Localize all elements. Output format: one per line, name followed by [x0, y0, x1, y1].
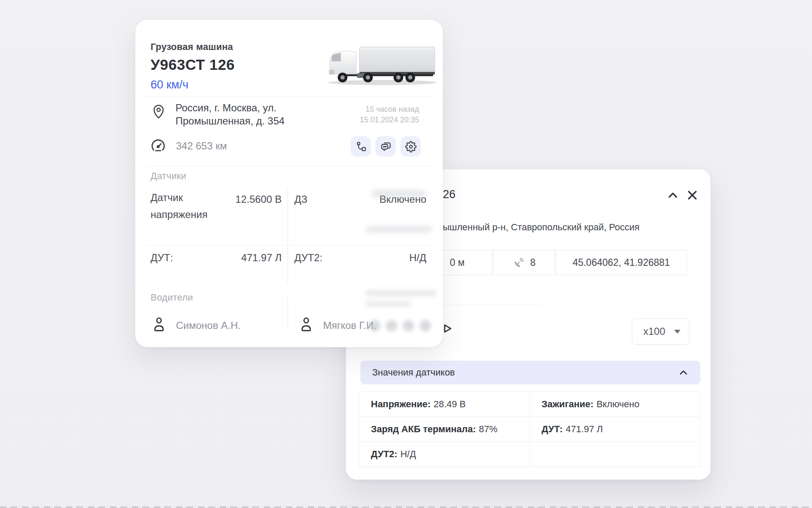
chevron-up-icon	[678, 367, 689, 378]
chat-icon	[380, 141, 392, 152]
page: 26 ышленный р-н, Ставропольский край, Ро…	[0, 0, 812, 508]
driver-name: Симонов А.Н.	[176, 320, 241, 331]
table-cell-voltage: Напряжение:28.49 В	[359, 392, 530, 417]
table-cell-fuel1: ДУТ:471.97 Л	[529, 417, 700, 442]
vehicle-speed: 60 км/ч	[151, 78, 188, 91]
sensor-values-table: Напряжение:28.49 В Зажигание:Включено За…	[359, 392, 700, 467]
vehicle-card: Грузовая машина У963СТ 126 60 км/ч	[135, 20, 443, 347]
gear-icon	[405, 141, 417, 152]
sensor-value: Н/Д	[409, 252, 426, 264]
settings-button[interactable]	[401, 136, 421, 157]
last-update-relative: 15 часов назад	[360, 104, 419, 115]
last-update: 15 часов назад 15.01.2024 20:35	[360, 104, 419, 125]
coordinates-value: 45.064062, 41.926881	[573, 257, 670, 268]
sensors-section-title: Датчики	[151, 171, 187, 182]
sensor-value: 12.5600 В	[236, 193, 282, 205]
location-pin-icon	[151, 103, 166, 120]
route-icon	[355, 141, 367, 152]
popup-title-partial: 26	[443, 188, 455, 201]
satellite-icon	[513, 256, 525, 269]
popup-address: ышленный р-н, Ставропольский край, Росси…	[443, 222, 639, 233]
driver-name: Мягков Г.И.	[323, 320, 376, 331]
sensor-values-title: Значения датчиков	[372, 367, 455, 378]
satellites-count: 8	[530, 257, 536, 268]
vehicle-type-label: Грузовая машина	[151, 41, 233, 52]
close-icon	[685, 188, 700, 202]
bottom-cutoff-content	[0, 506, 812, 508]
table-row: Заряд АКБ терминала:87% ДУТ:471.97 Л	[359, 417, 700, 442]
truck-image	[324, 45, 442, 86]
chevron-up-icon	[666, 188, 680, 202]
sensor-value: 471.97 Л	[241, 252, 282, 264]
altitude-value: 0 м	[450, 257, 465, 268]
sensor-label: ДУТ:	[151, 252, 173, 264]
card-divider	[145, 97, 433, 97]
table-cell-battery: Заряд АКБ терминала:87%	[359, 417, 530, 442]
coordinates-chip: 45.064062, 41.926881	[556, 250, 687, 275]
vehicle-plate: У963СТ 126	[151, 56, 235, 73]
sensors-grid-divider	[288, 188, 288, 284]
route-button[interactable]	[351, 136, 371, 157]
person-icon	[299, 315, 314, 333]
table-row: ДУТ2:Н/Д	[359, 442, 700, 467]
drivers-divider	[288, 296, 288, 329]
odometer-value: 342 653 км	[176, 140, 227, 152]
speedometer-icon	[150, 138, 166, 154]
playback-speed-value: x100	[643, 326, 665, 337]
sensors-grid-divider	[145, 245, 433, 246]
chat-button[interactable]	[376, 136, 396, 157]
person-icon	[151, 315, 167, 333]
table-cell-ignition: Зажигание:Включено	[529, 392, 700, 417]
collapse-button[interactable]	[666, 188, 680, 202]
close-button[interactable]	[685, 188, 700, 202]
sensor-label: ДУТ2:	[294, 252, 322, 264]
table-row: Напряжение:28.49 В Зажигание:Включено	[359, 392, 700, 417]
card-divider	[145, 166, 433, 166]
vehicle-address: Россия, г. Москва, ул. Промышленная, д. …	[176, 101, 285, 127]
table-cell-fuel2: ДУТ2:Н/Д	[359, 442, 530, 467]
last-update-datetime: 15.01.2024 20:35	[360, 115, 419, 125]
dropdown-caret-icon	[674, 330, 680, 334]
sensor-label: ДЗ	[294, 193, 307, 205]
sensor-value: Включено	[379, 193, 426, 205]
sensor-values-header[interactable]: Значения датчиков	[360, 361, 700, 384]
drivers-section-title: Водители	[151, 292, 193, 303]
table-cell-empty	[529, 442, 700, 467]
sensor-label: Датчик напряжения	[151, 189, 218, 223]
satellites-chip: 8	[493, 250, 555, 275]
playback-speed-select[interactable]: x100	[632, 318, 689, 345]
